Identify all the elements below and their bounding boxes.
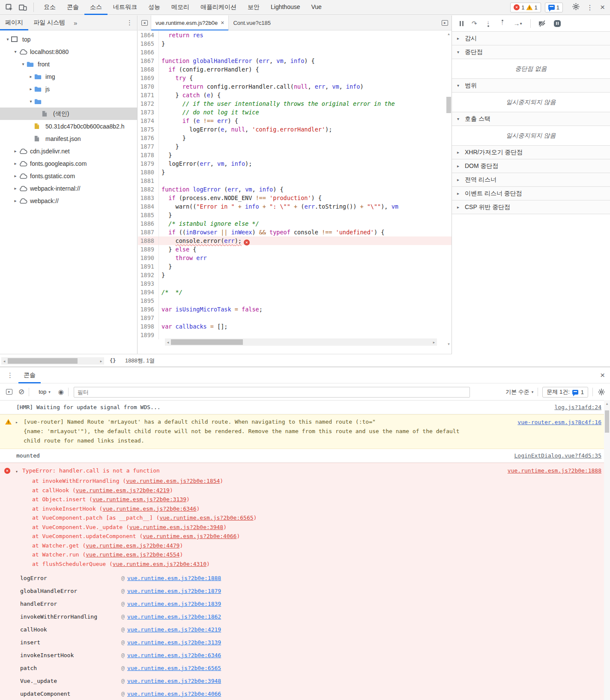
line-number[interactable]: 1892 bbox=[138, 271, 159, 279]
inline-error-badge-icon[interactable]: × bbox=[244, 239, 250, 245]
pause-script-icon[interactable] bbox=[460, 21, 463, 26]
scroll-up-icon[interactable]: ▴ bbox=[446, 32, 452, 36]
line-number[interactable]: 1895 bbox=[138, 296, 159, 305]
tree-item[interactable]: ▾ bbox=[0, 95, 137, 108]
code-editor[interactable]: 1864 return res1865}18661867function glo… bbox=[138, 31, 452, 354]
line-number[interactable]: 1893 bbox=[138, 279, 159, 288]
source-link[interactable]: vue.runtime.esm.js?2b0e:4066 bbox=[127, 689, 221, 698]
line-number[interactable]: 1896 bbox=[138, 305, 159, 314]
inspect-element-icon[interactable] bbox=[4, 3, 14, 12]
source-link[interactable]: vue.runtime.esm.js?2b0e:3139 bbox=[93, 496, 186, 503]
line-number[interactable]: 1871 bbox=[138, 91, 159, 99]
clear-console-icon[interactable]: ⊘ bbox=[18, 387, 24, 396]
source-link[interactable]: vue.runtime.esm.js?2b0e:6565 bbox=[127, 664, 221, 673]
scrollbar-thumb[interactable] bbox=[8, 358, 78, 364]
source-link[interactable]: vue.runtime.esm.js?2b0e:3139 bbox=[127, 638, 221, 647]
chevron-collapsed-icon[interactable]: ▸ bbox=[12, 161, 19, 166]
source-link[interactable]: vue.runtime.esm.js?2b0e:1854 bbox=[126, 478, 220, 484]
live-expression-eye-icon[interactable]: ◉ bbox=[58, 388, 64, 396]
tree-item-fonts.googleapis.com[interactable]: ▸fonts.googleapis.com bbox=[0, 157, 137, 170]
step-into-icon[interactable]: ↓ bbox=[485, 20, 491, 27]
chevron-collapsed-icon[interactable]: ▸ bbox=[12, 174, 19, 178]
line-number[interactable]: 1874 bbox=[138, 117, 159, 125]
debugger-section-XHR/가져오기 중단점[interactable]: ▸XHR/가져오기 중단점 bbox=[452, 146, 610, 159]
line-number[interactable]: 1886 bbox=[138, 219, 159, 228]
line-number[interactable]: 1889 bbox=[138, 245, 159, 254]
editor-horizontal-scrollbar[interactable]: ◂ ▸ bbox=[165, 338, 437, 346]
errors-warnings-badge[interactable]: ×1 1 bbox=[510, 3, 541, 12]
tree-item-js[interactable]: ▸js bbox=[0, 83, 137, 95]
deactivate-breakpoints-icon[interactable] bbox=[539, 21, 546, 26]
close-tab-icon[interactable]: × bbox=[221, 20, 224, 26]
editor-tab-vue.runtime.esm.js?2b0e[interactable]: vue.runtime.esm.js?2b0e× bbox=[151, 15, 229, 30]
tree-item-50.31dc47b0c0b600caa8b2.h[interactable]: 50.31dc47b0c0b600caa8b2.h bbox=[0, 120, 137, 132]
tab-네트워크[interactable]: 네트워크 bbox=[108, 0, 143, 15]
line-number[interactable]: 1899 bbox=[138, 331, 159, 339]
tab-메모리[interactable]: 메모리 bbox=[166, 0, 195, 15]
source-link[interactable]: vue-router.esm.js?8c4f:16 bbox=[517, 418, 601, 427]
debugger-section-감시[interactable]: ▸감시 bbox=[452, 32, 610, 45]
line-number[interactable]: 1876 bbox=[138, 134, 159, 142]
scrollbar-thumb[interactable] bbox=[605, 410, 609, 433]
line-number[interactable]: 1879 bbox=[138, 159, 159, 168]
line-number[interactable]: 1881 bbox=[138, 176, 159, 185]
chevron-expanded-icon[interactable]: ▾ bbox=[27, 99, 34, 104]
debugger-section-호출 스택[interactable]: ▾호출 스택 bbox=[452, 112, 610, 126]
console-settings-gear-icon[interactable] bbox=[598, 389, 605, 395]
issues-counter[interactable]: 문제 1건: 1 bbox=[542, 387, 588, 398]
line-number[interactable]: 1897 bbox=[138, 314, 159, 322]
line-number[interactable]: 1868 bbox=[138, 65, 159, 74]
chevron-collapsed-icon[interactable]: ▸ bbox=[12, 198, 19, 203]
tree-item-webpack://[interactable]: ▸webpack:// bbox=[0, 194, 137, 207]
source-link[interactable]: LoginExtDialog.vue?f4d5:35 bbox=[514, 451, 602, 460]
tree-item-img[interactable]: ▸img bbox=[0, 70, 137, 83]
source-link[interactable]: log.js?1afd:24 bbox=[554, 403, 601, 412]
source-link[interactable]: vue.runtime.esm.js?2b0e:3948 bbox=[127, 676, 221, 685]
tab-애플리케이션[interactable]: 애플리케이션 bbox=[195, 0, 242, 15]
line-number[interactable]: 1866 bbox=[138, 48, 159, 57]
scroll-right-icon[interactable]: ▸ bbox=[431, 340, 437, 344]
navigator-tab-페이지[interactable]: 페이지 bbox=[0, 15, 28, 30]
debugger-section-중단점[interactable]: ▾중단점 bbox=[452, 45, 610, 59]
navigator-tab-파일 시스템[interactable]: 파일 시스템 bbox=[28, 15, 70, 30]
line-number[interactable]: 1888 bbox=[138, 236, 159, 245]
scroll-right-icon[interactable]: ▸ bbox=[98, 359, 104, 363]
line-number[interactable]: 1869 bbox=[138, 74, 159, 82]
scrollbar-thumb[interactable] bbox=[446, 97, 451, 113]
line-number[interactable]: 1875 bbox=[138, 125, 159, 134]
chevron-expanded-icon[interactable]: ▾ bbox=[12, 49, 19, 54]
line-number[interactable]: 1864 bbox=[138, 31, 159, 39]
tree-item-webpack-internal://[interactable]: ▸webpack-internal:// bbox=[0, 182, 137, 194]
line-number[interactable]: 1885 bbox=[138, 211, 159, 219]
source-link[interactable]: vue.runtime.esm.js?2b0e:4310 bbox=[113, 561, 206, 567]
source-link[interactable]: vue.runtime.esm.js?2b0e:4219 bbox=[76, 487, 170, 494]
tree-item-front[interactable]: ▾front bbox=[0, 58, 137, 70]
tree-item-top[interactable]: ▾top bbox=[0, 33, 137, 45]
source-link[interactable]: vue.runtime.esm.js?2b0e:3948 bbox=[129, 524, 223, 530]
tree-item-cdn.jsdelivr.net[interactable]: ▸cdn.jsdelivr.net bbox=[0, 145, 137, 157]
source-link[interactable]: vue.runtime.esm.js?2b0e:1839 bbox=[127, 599, 221, 608]
tree-item-localhost:8080[interactable]: ▾localhost:8080 bbox=[0, 45, 137, 58]
console-filter-input[interactable] bbox=[74, 387, 470, 398]
debugger-section-전역 리스너[interactable]: ▸전역 리스너 bbox=[452, 173, 610, 187]
console-vertical-scrollbar[interactable]: ▴ bbox=[604, 400, 610, 700]
tab-Vue[interactable]: Vue bbox=[306, 0, 327, 15]
scroll-up-icon[interactable]: ▴ bbox=[604, 401, 610, 406]
line-number[interactable]: 1882 bbox=[138, 185, 159, 194]
tab-console[interactable]: 콘솔 bbox=[18, 367, 41, 383]
line-number[interactable]: 1878 bbox=[138, 151, 159, 159]
chevron-collapsed-icon[interactable]: ▸ bbox=[12, 149, 19, 153]
issues-badge[interactable]: 1 bbox=[545, 3, 563, 12]
close-drawer-icon[interactable]: × bbox=[600, 371, 605, 380]
debugger-section-범위[interactable]: ▾범위 bbox=[452, 79, 610, 93]
navigator-menu-icon[interactable]: ⋮ bbox=[126, 19, 133, 27]
editor-vertical-scrollbar[interactable]: ▴ ▾ bbox=[446, 31, 452, 348]
tree-item-manifest.json[interactable]: manifest.json bbox=[0, 132, 137, 145]
line-number[interactable]: 1865 bbox=[138, 39, 159, 48]
line-number[interactable]: 1870 bbox=[138, 82, 159, 91]
debugger-section-CSP 위반 중단점[interactable]: ▸CSP 위반 중단점 bbox=[452, 200, 610, 214]
chevron-expanded-icon[interactable]: ▾ bbox=[20, 62, 27, 66]
chevron-collapsed-icon[interactable]: ▸ bbox=[27, 74, 34, 79]
line-number[interactable]: 1872 bbox=[138, 99, 159, 108]
source-link[interactable]: vue.runtime.esm.js?2b0e:1879 bbox=[127, 586, 221, 595]
